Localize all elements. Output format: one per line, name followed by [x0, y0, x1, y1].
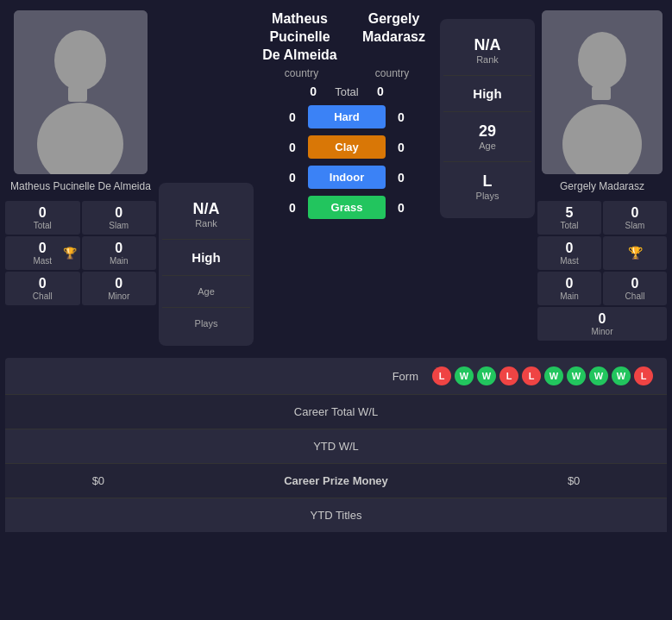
badge-8: W — [589, 366, 608, 385]
right-main: 🏆 — [603, 236, 667, 270]
hard-button[interactable]: Hard — [308, 105, 386, 128]
left-age-cell: Age — [162, 276, 250, 308]
total-right: 0 — [377, 85, 384, 98]
indoor-row: 0 Indoor 0 — [256, 166, 437, 189]
hard-row: 0 Hard 0 — [256, 105, 437, 128]
right-player-card: Gergely Madarasz 5 Total 0 Slam 0 Mast 🏆 — [537, 10, 667, 341]
right-mast: 0 Mast — [537, 236, 601, 270]
left-plays-cell: Plays — [162, 308, 250, 339]
hard-right: 0 — [394, 110, 408, 124]
badge-7: W — [567, 366, 586, 385]
middle-col: Matheus PucinelleDe Almeida GergelyMadar… — [256, 10, 437, 219]
left-name-display: Matheus Pucinelle De Almeida — [10, 179, 151, 194]
career-prize-label: Career Prize Money — [178, 474, 495, 487]
right-header-name: GergelyMadarasz — [350, 10, 437, 64]
right-stats-grid: 5 Total 0 Slam 0 Mast 🏆 0 Main — [537, 201, 667, 341]
left-stats-grid: 0 Total 0 Slam 0 Mast 🏆 0 Main 0 — [5, 201, 156, 305]
right-main2: 0 Main — [537, 272, 601, 305]
grass-right: 0 — [394, 201, 408, 215]
left-trophy-icon: 🏆 — [63, 247, 77, 260]
player-names-row: Matheus PucinelleDe Almeida GergelyMadar… — [256, 10, 437, 64]
career-prize-left: $0 — [19, 474, 178, 487]
clay-row: 0 Clay 0 — [256, 135, 437, 159]
indoor-button[interactable]: Indoor — [308, 166, 386, 189]
right-rank-cell: N/A Rank — [443, 26, 531, 76]
indoor-left: 0 — [286, 171, 299, 185]
svg-point-1 — [54, 30, 106, 91]
left-header-name: Matheus PucinelleDe Almeida — [256, 10, 343, 64]
ytd-wl-row: YTD W/L — [5, 429, 667, 463]
clay-right: 0 — [394, 141, 408, 154]
right-trophy-icon: 🏆 — [628, 246, 643, 260]
left-avatar-svg — [14, 10, 148, 174]
clay-left: 0 — [286, 141, 299, 154]
badge-5: L — [522, 366, 541, 385]
right-minor: 0 Minor — [537, 307, 667, 341]
right-total: 5 Total — [537, 201, 601, 235]
left-mast: 0 Mast 🏆 — [5, 236, 80, 270]
right-name-display: Gergely Madarasz — [560, 179, 644, 194]
left-stats-card: N/A Rank High Age Plays — [159, 183, 254, 346]
left-chall: 0 Chall — [5, 272, 80, 305]
indoor-right: 0 — [394, 171, 408, 185]
total-label: Total — [325, 85, 368, 98]
hard-left: 0 — [286, 110, 299, 124]
left-player-card: Matheus Pucinelle De Almeida 0 Total 0 S… — [5, 10, 156, 305]
career-wl-label: Career Total W/L — [294, 405, 378, 418]
career-prize-right: $0 — [494, 474, 653, 487]
total-left: 0 — [310, 85, 317, 98]
clay-button[interactable]: Clay — [308, 135, 386, 159]
form-row: Form L W W L L W W W W L — [5, 358, 667, 394]
badge-1: L — [432, 366, 451, 385]
left-slam: 0 Slam — [82, 201, 157, 235]
right-avatar — [542, 10, 663, 174]
right-chall: 0 Chall — [603, 272, 667, 305]
left-main: 0 Main — [82, 236, 157, 270]
badge-9: W — [612, 366, 631, 385]
left-minor: 0 Minor — [82, 272, 157, 305]
right-high-cell: High — [443, 76, 531, 112]
form-badges: L W W L L W W W W L — [432, 366, 653, 385]
left-rank-cell: N/A Rank — [162, 190, 250, 240]
form-label: Form — [19, 370, 418, 383]
bottom-section: Form L W W L L W W W W L Career Total W/… — [0, 358, 672, 532]
left-country: country — [256, 67, 347, 79]
ytd-wl-label: YTD W/L — [313, 440, 359, 453]
badge-3: W — [477, 366, 496, 385]
total-row: 0 Total 0 — [256, 85, 437, 98]
ytd-titles-row: YTD Titles — [5, 498, 667, 532]
grass-left: 0 — [286, 201, 299, 215]
right-country: country — [347, 67, 437, 79]
svg-rect-2 — [68, 86, 87, 102]
right-avatar-svg — [542, 10, 663, 174]
right-age-cell: 29 Age — [443, 112, 531, 162]
right-plays-cell: L Plays — [443, 162, 531, 211]
country-row: country country — [256, 67, 437, 79]
career-wl-row: Career Total W/L — [5, 394, 667, 429]
right-slam: 0 Slam — [603, 201, 667, 235]
badge-10: L — [634, 366, 653, 385]
badge-6: W — [544, 366, 563, 385]
badge-4: L — [499, 366, 518, 385]
left-avatar — [14, 10, 148, 174]
svg-point-5 — [578, 32, 626, 89]
grass-button[interactable]: Grass — [308, 196, 386, 219]
right-stats-card: N/A Rank High 29 Age L Plays — [440, 19, 535, 218]
career-prize-row: $0 Career Prize Money $0 — [5, 463, 667, 498]
grass-row: 0 Grass 0 — [256, 196, 437, 219]
badge-2: W — [455, 366, 474, 385]
svg-rect-6 — [592, 86, 611, 100]
ytd-titles-label: YTD Titles — [311, 509, 362, 522]
left-total: 0 Total — [5, 201, 80, 235]
left-high-cell: High — [162, 240, 250, 276]
